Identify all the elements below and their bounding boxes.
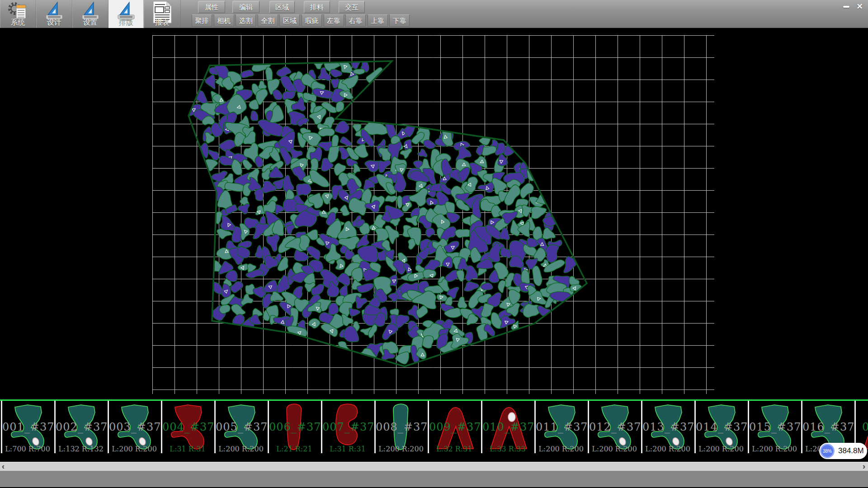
memory-size-label: 384.8M [838, 446, 864, 455]
tool-全割[interactable]: 全割 [258, 14, 278, 27]
close-button[interactable]: ✕ [854, 1, 865, 12]
tool-瑕疵[interactable]: 瑕疵 [302, 14, 322, 27]
piece-cell-012_#37[interactable]: 012_#37 L:200 R:200 [588, 401, 640, 453]
tool-选割[interactable]: 选割 [236, 14, 256, 27]
app-window: 系统 设计 设置 排版 [0, 0, 868, 488]
piece-id-label: 0 [856, 421, 868, 433]
tab-label: 系统 [0, 18, 36, 28]
piece-id-label: 016_#37 [802, 421, 853, 433]
piece-cell-001_#37[interactable]: 001_#37 L:700 R:700 [1, 401, 53, 453]
scroll-right-arrow[interactable]: › [863, 462, 865, 471]
piece-id-label: 010_#37 [482, 421, 533, 433]
tab-设计[interactable]: 设计 [36, 0, 72, 28]
tab-系统[interactable]: 系统 [0, 0, 36, 28]
tool-相机[interactable]: 相机 [214, 14, 234, 27]
piece-id-label: 012_#37 [589, 421, 640, 433]
menu-交互[interactable]: 交互 [339, 1, 365, 13]
piece-lr-label: L:200 R:200 [642, 445, 693, 453]
memory-percent-badge: 38% [820, 444, 835, 458]
piece-cell-005_#37[interactable]: 005_#37 L:200 R:200 [214, 401, 266, 453]
menu-属性[interactable]: 属性 [198, 1, 225, 13]
tab-报表[interactable]: 报表 [144, 0, 181, 28]
piece-cell-008_#37[interactable]: 008_#37 L:200 R:200 [374, 401, 426, 453]
pieces-thumbnail-strip: 001_#37 L:700 R:700 002_#37 L:132 R:132 … [0, 399, 868, 462]
piece-id-label: 007_#37 [322, 421, 373, 433]
piece-cell-006_#37[interactable]: 006_#37 L:21 R:21 [268, 401, 320, 453]
piece-id-label: 004_#37 [162, 421, 213, 433]
piece-cell-013_#37[interactable]: 013_#37 L:200 R:200 [641, 401, 693, 453]
tool-下靠[interactable]: 下靠 [389, 14, 410, 27]
piece-lr-label: L:32 R:31 [429, 445, 480, 453]
piece-id-label: 014_#37 [696, 421, 746, 433]
piece-cell-014_#37[interactable]: 014_#37 L:200 R:200 [694, 401, 746, 453]
tab-排版[interactable]: 排版 [108, 0, 144, 28]
piece-lr-label: L:200 R:200 [536, 445, 586, 453]
tab-label: 设置 [72, 18, 108, 28]
menu-区域[interactable]: 区域 [269, 1, 295, 13]
piece-lr-label: L:200 R:200 [696, 445, 746, 453]
tab-设置[interactable]: 设置 [72, 0, 108, 28]
tool-上靠[interactable]: 上靠 [368, 14, 388, 27]
minimize-button[interactable] [840, 1, 852, 12]
piece-id-label: 003_#37 [109, 421, 160, 433]
piece-cell-011_#37[interactable]: 011_#37 L:200 R:200 [534, 401, 586, 453]
piece-lr-label: L:33 R:33 [482, 445, 533, 453]
piece-lr-label: L:21 R:21 [269, 445, 320, 453]
nesting-canvas-area [0, 28, 868, 399]
piece-lr-label: L:200 R:200 [109, 445, 160, 453]
menu-编辑[interactable]: 编辑 [232, 1, 259, 13]
piece-cell-007_#37[interactable]: 007_#37 L:31 R:31 [321, 401, 373, 453]
piece-id-label: 013_#37 [642, 421, 693, 433]
piece-cell-003_#37[interactable]: 003_#37 L:200 R:200 [108, 401, 160, 453]
piece-cell-009_#37[interactable]: 009_#37 L:32 R:31 [428, 401, 480, 453]
piece-id-label: 008_#37 [376, 421, 426, 433]
horizontal-scrollbar[interactable]: ‹ › [0, 462, 868, 471]
tab-label: 排版 [108, 18, 143, 28]
piece-id-label: 002_#37 [56, 421, 106, 433]
piece-cell-004_#37[interactable]: 004_#37 L:31 R:31 [161, 401, 213, 453]
piece-cell-002_#37[interactable]: 002_#37 L:132 R:132 [54, 401, 106, 453]
menu-排料[interactable]: 排料 [304, 1, 330, 13]
tool-区域[interactable]: 区域 [279, 14, 300, 27]
piece-cell-010_#37[interactable]: 010_#37 L:33 R:33 [481, 401, 533, 453]
piece-lr-label: L:200 R:200 [749, 445, 800, 453]
scroll-left-arrow[interactable]: ‹ [2, 462, 5, 471]
piece-lr-label: L:31 R:31 [322, 445, 373, 453]
minimize-icon [843, 6, 849, 8]
piece-lr-label: L:132 R:132 [56, 445, 106, 453]
tool-右靠[interactable]: 右靠 [345, 14, 366, 27]
piece-id-label: 006_#37 [269, 421, 320, 433]
piece-lr-label: L:31 R:31 [162, 445, 213, 453]
piece-lr-label: L:200 R:200 [589, 445, 640, 453]
piece-lr-label: L:700 R:700 [2, 445, 53, 453]
piece-lr-label: L:200 R:200 [376, 445, 426, 453]
tool-聚排[interactable]: 聚排 [192, 14, 212, 27]
piece-id-label: 011_#37 [536, 421, 586, 433]
nesting-canvas[interactable] [0, 28, 868, 399]
piece-cell-015_#37[interactable]: 015_#37 L:200 R:200 [748, 401, 800, 453]
piece-id-label: 001_#37 [2, 421, 53, 433]
piece-id-label: 015_#37 [749, 421, 800, 433]
piece-lr-label: L:200 R:200 [216, 445, 266, 453]
window-controls: ✕ [840, 1, 865, 12]
tab-label: 报表 [144, 18, 180, 28]
toolbar: 系统 设计 设置 排版 [0, 0, 868, 28]
piece-id-label: 009_#37 [429, 421, 480, 433]
memory-badge: 38% 384.8M [819, 443, 867, 459]
piece-id-label: 005_#37 [216, 421, 266, 433]
tool-左靠[interactable]: 左靠 [324, 14, 344, 27]
status-bar [0, 471, 868, 487]
tab-label: 设计 [36, 18, 72, 28]
